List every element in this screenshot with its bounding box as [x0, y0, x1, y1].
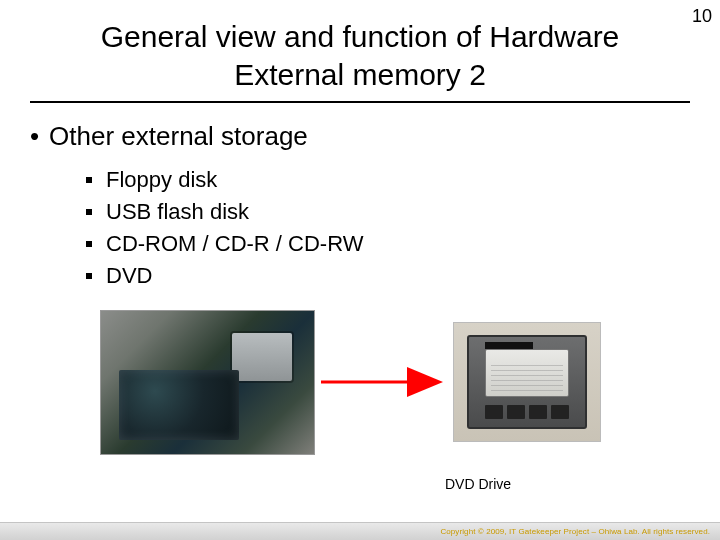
title-divider	[30, 101, 690, 103]
copyright-text: Copyright © 2009, IT Gatekeeper Project …	[440, 527, 710, 536]
list-item: CD-ROM / CD-R / CD-RW	[86, 228, 690, 260]
title-line-1: General view and function of Hardware	[101, 20, 620, 53]
image-row	[100, 310, 690, 455]
title-line-2: External memory 2	[234, 58, 486, 91]
list-item: DVD	[86, 260, 690, 292]
slide: 10 General view and function of Hardware…	[0, 0, 720, 540]
square-bullet-icon	[86, 273, 92, 279]
heading-text: Other external storage	[49, 121, 308, 152]
footer-bar: Copyright © 2009, IT Gatekeeper Project …	[0, 522, 720, 540]
square-bullet-icon	[86, 177, 92, 183]
arrow-icon	[319, 367, 449, 397]
page-number: 10	[692, 6, 712, 27]
list-item-text: USB flash disk	[106, 196, 249, 228]
drive-face	[467, 335, 587, 429]
list-item-text: Floppy disk	[106, 164, 217, 196]
bullet-list: Floppy disk USB flash disk CD-ROM / CD-R…	[86, 164, 690, 292]
image-caption: DVD Drive	[445, 476, 511, 492]
dvd-drive-image	[453, 322, 601, 442]
list-item: Floppy disk	[86, 164, 690, 196]
section-heading: • Other external storage	[30, 121, 690, 152]
motherboard-image	[100, 310, 315, 455]
list-item: USB flash disk	[86, 196, 690, 228]
bullet-icon: •	[30, 121, 39, 152]
square-bullet-icon	[86, 241, 92, 247]
square-bullet-icon	[86, 209, 92, 215]
list-item-text: CD-ROM / CD-R / CD-RW	[106, 228, 363, 260]
slide-title: General view and function of Hardware Ex…	[30, 18, 690, 93]
list-item-text: DVD	[106, 260, 152, 292]
